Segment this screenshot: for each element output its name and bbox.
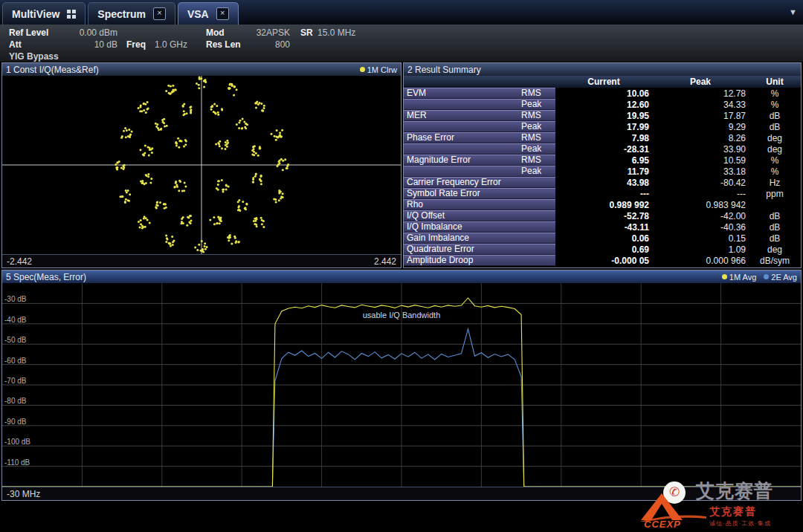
constellation-symbol-dot bbox=[165, 235, 167, 237]
tab-vsa[interactable]: VSA × bbox=[178, 2, 239, 25]
constellation-symbol-dot bbox=[233, 94, 235, 96]
result-cell-peak: 33.18 bbox=[652, 166, 749, 177]
constellation-symbol-dot bbox=[143, 103, 145, 105]
constellation-symbol-dot bbox=[246, 203, 248, 205]
constellation-symbol-dot bbox=[163, 122, 165, 124]
result-cell-detail bbox=[521, 210, 555, 221]
constellation-symbol-dot bbox=[151, 147, 153, 149]
constellation-symbol-dot bbox=[237, 201, 239, 203]
constellation-symbol-dot bbox=[169, 93, 171, 95]
result-cell-unit: dB bbox=[749, 111, 801, 121]
constellation-symbol-dot bbox=[160, 128, 162, 130]
constellation-symbol-dot bbox=[118, 160, 120, 163]
yig-bypass-field[interactable]: YIG Bypass bbox=[9, 51, 59, 62]
close-icon[interactable]: × bbox=[216, 7, 229, 20]
constellation-symbol-dot bbox=[145, 217, 147, 219]
result-row: I/Q Imbalance-43.11-40.36dB bbox=[404, 221, 801, 233]
result-cell-current: 0.06 bbox=[555, 233, 652, 244]
constellation-symbol-dot bbox=[167, 85, 170, 87]
attenuation-field[interactable]: Att 10 dB bbox=[9, 39, 117, 50]
constellation-symbol-dot bbox=[181, 222, 183, 224]
constellation-symbol-dot bbox=[161, 119, 164, 121]
result-cell-peak: 34.33 bbox=[652, 100, 749, 110]
result-length-field[interactable]: Res Len 800 bbox=[206, 39, 290, 50]
constellation-symbol-dot bbox=[159, 201, 161, 204]
result-cell-peak: -80.42 bbox=[652, 178, 749, 188]
result-cell-detail: Peak bbox=[521, 121, 555, 132]
constellation-symbol-dot bbox=[165, 90, 167, 92]
frequency-field[interactable]: Freq 1.0 GHz bbox=[126, 39, 187, 50]
result-cell-detail bbox=[521, 177, 555, 188]
constellation-symbol-dot bbox=[225, 189, 228, 191]
modulation-field[interactable]: Mod 32APSK bbox=[206, 27, 290, 38]
result-cell-current: 11.79 bbox=[555, 166, 652, 177]
constellation-symbol-dot bbox=[199, 77, 201, 79]
trace1-color-dot bbox=[722, 274, 727, 279]
constellation-symbol-dot bbox=[263, 107, 265, 109]
constellation-symbol-dot bbox=[129, 135, 131, 137]
constellation-symbol-dot bbox=[170, 85, 172, 87]
result-cell-detail: RMS bbox=[521, 110, 555, 121]
constellation-symbol-dot bbox=[263, 105, 265, 107]
result-summary-titlebar[interactable]: 2 Result Summary bbox=[404, 63, 801, 76]
result-cell-unit: dB bbox=[749, 222, 801, 233]
symbol-rate-field[interactable]: SR 15.0 MHz bbox=[300, 27, 355, 38]
result-cell-unit: % bbox=[749, 155, 801, 166]
constellation-symbol-dot bbox=[213, 111, 215, 113]
result-cell-current: 0.69 bbox=[555, 244, 652, 255]
tab-spectrum[interactable]: Spectrum × bbox=[88, 2, 175, 25]
result-cell-peak: 0.000 966 bbox=[652, 256, 749, 266]
result-cell-parameter: Phase Error bbox=[404, 132, 521, 143]
constellation-symbol-dot bbox=[158, 129, 160, 131]
constellation-symbol-dot bbox=[140, 149, 142, 151]
att-label: Att bbox=[9, 39, 64, 50]
result-cell-current: -43.11 bbox=[555, 222, 652, 233]
constellation-symbol-dot bbox=[244, 126, 246, 128]
spectrum-window-titlebar[interactable]: 5 Spec(Meas, Error) 1M Avg 2E Avg bbox=[2, 270, 801, 283]
constellation-symbol-dot bbox=[125, 198, 127, 201]
constellation-symbol-dot bbox=[147, 173, 149, 175]
constellation-symbol-dot bbox=[168, 242, 170, 244]
tab-spectrum-label: Spectrum bbox=[97, 8, 146, 20]
ref-level-field[interactable]: Ref Level 0.00 dBm bbox=[9, 27, 117, 38]
close-icon[interactable]: × bbox=[153, 7, 166, 20]
constellation-symbol-dot bbox=[279, 132, 281, 134]
constellation-symbol-dot bbox=[190, 106, 192, 108]
constellation-symbol-dot bbox=[282, 160, 284, 162]
constellation-symbol-dot bbox=[227, 236, 229, 239]
result-cell-unit: dB bbox=[749, 233, 801, 244]
constellation-symbol-dot bbox=[196, 82, 198, 85]
constellation-symbol-dot bbox=[149, 181, 152, 184]
result-cell-unit: % bbox=[749, 88, 801, 99]
result-cell-parameter bbox=[404, 143, 521, 155]
constellation-symbol-dot bbox=[174, 88, 176, 91]
constellation-symbol-dot bbox=[171, 236, 173, 238]
result-row: Magnitude ErrorRMS6.9510.59% bbox=[404, 155, 801, 166]
constellation-symbol-dot bbox=[210, 108, 213, 111]
constellation-symbol-dot bbox=[204, 242, 206, 244]
constellation-symbol-dot bbox=[237, 241, 239, 244]
result-row: MERRMS19.9517.87dB bbox=[404, 110, 801, 121]
result-summary-header-row: Current Peak Unit bbox=[404, 76, 801, 88]
result-cell-parameter bbox=[404, 99, 521, 110]
constellation-symbol-dot bbox=[216, 222, 218, 224]
constellation-symbol-dot bbox=[147, 175, 149, 178]
chevron-down-icon[interactable]: ▼ bbox=[789, 7, 797, 16]
constellation-symbol-dot bbox=[233, 236, 236, 238]
result-cell-current: -0.000 05 bbox=[555, 256, 652, 266]
result-cell-parameter: Amplitude Droop bbox=[404, 255, 521, 266]
multiview-grid-icon bbox=[67, 10, 76, 19]
spectrum-window-title: 5 Spec(Meas, Error) bbox=[6, 272, 86, 282]
tab-vsa-label: VSA bbox=[187, 8, 209, 20]
constellation-symbol-dot bbox=[165, 241, 167, 243]
column-current: Current bbox=[555, 77, 652, 87]
constellation-symbol-dot bbox=[172, 85, 174, 87]
spectrum-window: 5 Spec(Meas, Error) 1M Avg 2E Avg -30 dB… bbox=[1, 270, 802, 501]
constellation-symbol-dot bbox=[279, 134, 281, 137]
constellation-symbol-dot bbox=[235, 241, 237, 244]
constellation-symbol-dot bbox=[225, 148, 227, 150]
tab-multiview[interactable]: MultiView bbox=[2, 2, 86, 25]
constellation-symbol-dot bbox=[284, 158, 286, 160]
constellation-window-titlebar[interactable]: 1 Const I/Q(Meas&Ref) 1M Clrw bbox=[2, 63, 401, 76]
constellation-symbol-dot bbox=[204, 248, 207, 250]
